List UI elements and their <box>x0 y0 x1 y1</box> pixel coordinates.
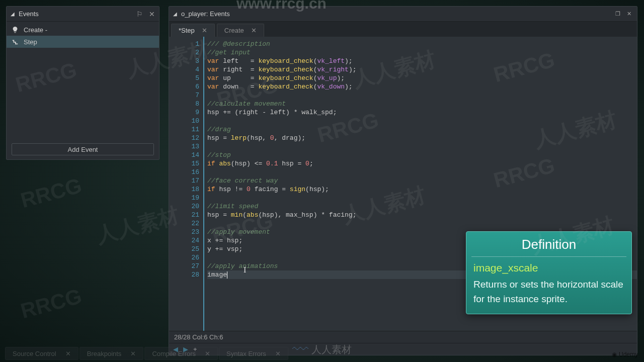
tabs-row: *Step ✕ Create ✕ <box>169 22 637 37</box>
flag-icon[interactable]: ⚐ <box>136 10 143 18</box>
udemy-icon: ◉ <box>612 351 617 358</box>
add-event-label: Add Event <box>68 146 98 153</box>
line-gutter: 1234567891011121314151617181920212223242… <box>169 37 204 331</box>
close-icon[interactable]: ✕ <box>251 27 257 34</box>
add-event-button[interactable]: Add Event <box>12 143 154 155</box>
cursor-position: 28/28 Col:6 Ch:6 <box>174 333 223 341</box>
status-bar: 28/28 Col:6 Ch:6 <box>169 331 637 343</box>
tooltip-title: Definition <box>466 232 631 256</box>
code-panel-header: ◢ o_player: Events ❐ ✕ <box>169 7 637 22</box>
tab-create[interactable]: Create ✕ <box>217 24 264 37</box>
tab-label: *Step <box>179 27 195 34</box>
watermark-text: RRCG <box>18 284 85 323</box>
watermark-text: RRCG <box>18 173 85 213</box>
tab-syntax-errors[interactable]: Syntax Errors✕ <box>219 347 288 360</box>
close-icon: ✕ <box>130 350 136 357</box>
tab-step[interactable]: *Step ✕ <box>171 24 215 37</box>
code-panel-title: o_player: Events <box>181 10 614 18</box>
close-icon[interactable]: ✕ <box>202 27 207 34</box>
event-item-step[interactable]: Step <box>7 36 159 48</box>
events-panel-header: ◢ Events ⚐ ✕ <box>7 7 159 22</box>
udemy-badge: ◉ Udemy <box>612 351 638 358</box>
tooltip-description: Returns or sets the horizontal scale for… <box>466 275 631 314</box>
events-panel-title: Events <box>19 10 39 18</box>
tab-compile-errors[interactable]: Compile Errors✕ <box>144 347 218 360</box>
lightbulb-icon <box>12 26 19 33</box>
tab-breakpoints[interactable]: Breakpoints✕ <box>79 347 144 360</box>
event-item-create[interactable]: Create - <box>7 24 159 36</box>
close-icon: ✕ <box>275 350 281 357</box>
expand-icon[interactable]: ◢ <box>173 11 177 17</box>
bottom-logo: 〰 人人素材 <box>292 340 352 359</box>
tab-label: Create <box>224 27 244 34</box>
close-icon[interactable]: ✕ <box>149 10 155 18</box>
expand-icon[interactable]: ◢ <box>11 11 15 17</box>
tab-source-control[interactable]: Source Control✕ <box>5 347 78 360</box>
close-icon: ✕ <box>65 350 71 357</box>
text-cursor-icon: I <box>244 265 246 274</box>
restore-icon[interactable]: ❐ <box>614 11 622 18</box>
close-icon: ✕ <box>205 350 210 357</box>
event-item-label: Step <box>24 38 37 46</box>
event-item-label: Create - <box>24 26 47 34</box>
events-panel: ◢ Events ⚐ ✕ Create - Step Add Event <box>6 6 159 160</box>
event-list: Create - Step <box>7 22 159 50</box>
definition-tooltip: Definition image_xscale Returns or sets … <box>466 231 632 314</box>
tooltip-term: image_xscale <box>466 257 631 275</box>
close-icon[interactable]: ✕ <box>625 11 633 18</box>
step-icon <box>12 38 19 45</box>
